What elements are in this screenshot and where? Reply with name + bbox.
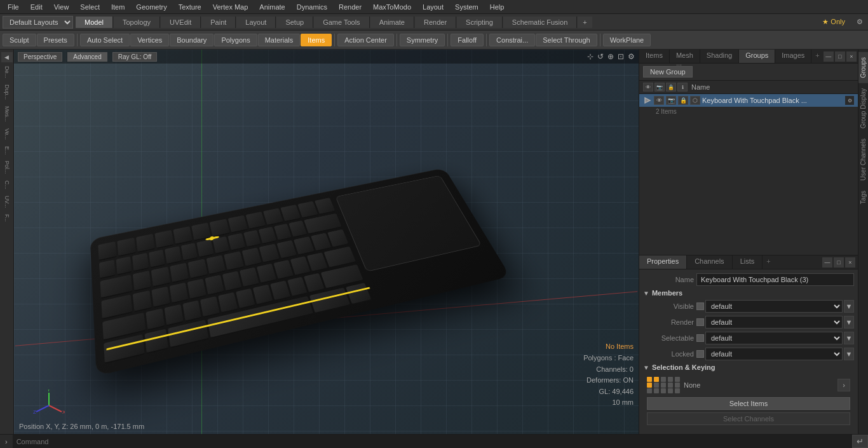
tab-model[interactable]: Model [76,17,113,28]
vtab-groups[interactable]: Groups [858,52,868,83]
select-channels-button[interactable]: Select Channels [647,412,850,425]
menu-edit[interactable]: Edit [25,2,48,12]
vp-icon-orient[interactable]: ⊹ [587,52,593,61]
command-input[interactable] [13,435,852,448]
visible-dropdown-arrow[interactable]: ▼ [844,300,854,313]
vtab-user-channels[interactable]: User Channels [858,133,868,186]
menu-render[interactable]: Render [334,2,367,12]
props-tab-properties[interactable]: Properties [639,255,687,269]
tab-schematic-fusion[interactable]: Schematic Fusion [503,17,577,28]
rp-tab-groups[interactable]: Groups [739,50,775,63]
gi-visibility-btn[interactable]: 👁 [654,96,664,105]
polygons-button[interactable]: Polygons [214,34,257,46]
tab-setup[interactable]: Setup [276,17,313,28]
select-through-button[interactable]: Select Through [536,34,597,46]
vtab-tags[interactable]: Tags [858,186,868,209]
menu-select[interactable]: Select [75,2,105,12]
vp-icon-frame[interactable]: ⊡ [618,52,624,61]
props-tab-channels[interactable]: Channels [687,255,732,269]
props-tab-add[interactable]: + [763,255,774,269]
info-col-btn[interactable]: ℹ [677,83,688,92]
gi-camera-btn[interactable]: 📷 [666,96,676,105]
gi-lock-btn[interactable]: 🔒 [678,96,688,105]
menu-help[interactable]: Help [485,2,510,12]
new-group-button[interactable]: New Group [643,66,693,78]
locked-dropdown-arrow[interactable]: ▼ [844,348,854,360]
menu-texture[interactable]: Texture [173,2,207,12]
menu-vertex-map[interactable]: Vertex Map [208,2,254,12]
rp-ctrl-maximize[interactable]: □ [835,51,845,62]
tab-scripting[interactable]: Scripting [457,17,503,28]
sel-keying-collapse-icon[interactable]: ▼ [643,364,649,371]
tab-animate[interactable]: Animate [370,17,414,28]
gi-info-btn[interactable]: ⬡ [690,96,700,105]
lock-col-btn[interactable]: 🔒 [666,83,676,92]
camera-col-btn[interactable]: 📷 [654,83,665,92]
menu-view[interactable]: View [49,2,74,12]
group-item-keyboard[interactable]: 👁 📷 🔒 ⬡ Keyboard With Touchpad Black ...… [639,94,858,107]
props-tab-lists[interactable]: Lists [733,255,763,269]
rp-tab-add[interactable]: + [811,50,823,63]
vtab-group-display[interactable]: Group Display [858,83,868,133]
render-dropdown[interactable]: default [705,316,843,329]
selectable-dropdown[interactable]: default [705,332,843,344]
presets-button[interactable]: Presets [37,34,74,46]
selectable-dropdown-arrow[interactable]: ▼ [844,332,854,344]
locked-dropdown[interactable]: default [705,348,843,360]
vp-icon-settings[interactable]: ⚙ [628,52,635,61]
rp-ctrl-close[interactable]: × [846,51,857,62]
menu-system[interactable]: System [450,2,484,12]
groups-list[interactable]: 👁 📷 🔒 ⬡ Keyboard With Touchpad Black ...… [639,94,858,255]
menu-item[interactable]: Item [106,2,130,12]
work-plane-button[interactable]: WorkPlane [603,34,651,46]
sculpt-button[interactable]: Sculpt [3,34,36,46]
menu-geometry[interactable]: Geometry [131,2,172,12]
auto-select-button[interactable]: Auto Select [80,34,130,46]
menu-file[interactable]: File [3,2,24,12]
rp-tab-items[interactable]: Items [639,50,670,63]
viewport[interactable]: Perspective Advanced Ray GL: Off ⊹ ↺ ⊕ ⊡… [14,50,639,434]
items-button[interactable]: Items [301,34,332,46]
tab-render[interactable]: Render [415,17,456,28]
command-submit-button[interactable]: ↵ [852,435,868,448]
advanced-button[interactable]: Advanced [67,52,107,62]
rp-ctrl-minimize[interactable]: — [824,51,834,62]
tab-paint[interactable]: Paint [201,17,236,28]
render-dropdown-arrow[interactable]: ▼ [844,316,854,329]
perspective-button[interactable]: Perspective [18,52,62,62]
tab-topology[interactable]: Topology [114,17,160,28]
action-center-button[interactable]: Action Center [337,34,394,46]
select-items-button[interactable]: Select Items [647,397,850,410]
vp-icon-reset[interactable]: ↺ [597,52,604,61]
star-only-toggle[interactable]: ★ Only [816,16,851,28]
visibility-col-btn[interactable]: 👁 [643,83,653,92]
tab-layout[interactable]: Layout [236,17,276,28]
boundary-button[interactable]: Boundary [170,34,214,46]
ray-gl-button[interactable]: Ray GL: Off [112,52,158,62]
gi-settings-btn[interactable]: ⚙ [845,96,854,105]
menu-layout[interactable]: Layout [417,2,449,12]
falloff-button[interactable]: Falloff [451,34,484,46]
menu-animate[interactable]: Animate [254,2,290,12]
sk-arrow-button[interactable]: › [837,379,850,391]
vertices-button[interactable]: Vertices [130,34,169,46]
tab-uvedit[interactable]: UVEdit [161,17,201,28]
props-ctrl-close[interactable]: × [845,257,855,268]
props-ctrl-maximize[interactable]: □ [834,257,844,268]
layout-dropdown[interactable]: Default Layouts [3,16,73,29]
settings-button[interactable]: ⚙ [851,16,868,28]
rp-tab-images[interactable]: Images [775,50,811,63]
materials-button[interactable]: Materials [258,34,301,46]
rp-tab-shading[interactable]: Shading [700,50,739,63]
group-expand-icon[interactable] [643,96,652,105]
layout-tab-add[interactable]: + [578,17,592,28]
members-collapse-icon[interactable]: ▼ [643,290,649,297]
props-ctrl-minimize[interactable]: — [822,257,832,268]
vp-icon-zoom[interactable]: ⊕ [607,52,614,61]
rp-tab-mesh[interactable]: Mesh ... [670,50,700,63]
menu-dynamics[interactable]: Dynamics [292,2,332,12]
name-prop-input[interactable] [696,273,854,286]
menu-maxtomodo[interactable]: MaxToModo [368,2,416,12]
visible-dropdown[interactable]: default [705,300,843,313]
constraints-button[interactable]: Constrai... [489,34,535,46]
